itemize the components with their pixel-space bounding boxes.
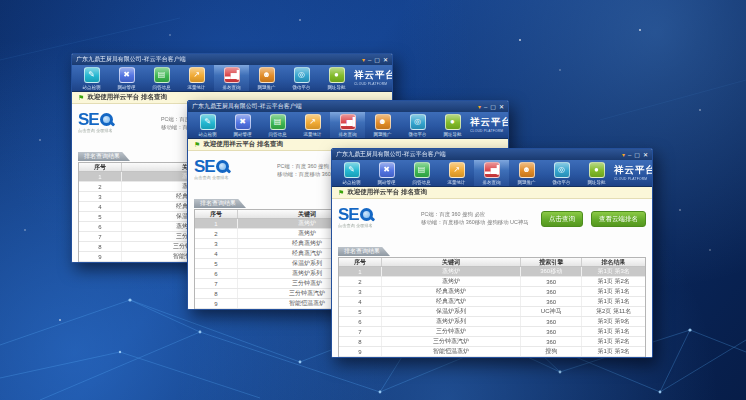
window-controls: ▾ – ▢ ✕: [622, 150, 648, 160]
toolbar-item-wechat[interactable]: ◎微信平台: [544, 160, 579, 186]
table-row[interactable]: 9智能恒温蒸炉搜狗第1页 第3名: [339, 347, 645, 357]
column-header[interactable]: 序号: [195, 210, 238, 218]
toolbar-item-site-nav[interactable]: ●网址导航: [579, 160, 614, 186]
flag-icon: ⚑: [194, 141, 200, 149]
table-row[interactable]: 1蒸烤炉360移动第1页 第3名: [339, 267, 645, 277]
toolbar-item-ad-promo[interactable]: ☻网盟推广: [509, 160, 544, 186]
toolbar-item-qa-info[interactable]: ▤问答信息: [144, 65, 179, 91]
toolbar-item-label: 微信平台: [288, 84, 314, 91]
table-body: 1蒸烤炉360移动第1页 第3名2蒸烤炉360第1页 第2名3经典蒸烤炉360第…: [339, 267, 645, 358]
main-toolbar: ✎站点检测✖网站管理▤问答信息↗流量统计▂▅█排名查询☻网盟推广◎微信平台●网址…: [188, 112, 508, 139]
skin-button[interactable]: ▾: [478, 102, 481, 112]
toolbar-item-label: 网盟推广: [253, 84, 279, 91]
compass-icon: ◎: [554, 162, 570, 178]
toolbar-item-site-manage[interactable]: ✖网站管理: [225, 112, 260, 138]
table-cell: 7: [79, 232, 122, 241]
maximize-button[interactable]: ▢: [374, 55, 380, 65]
toolbar-item-wechat[interactable]: ◎微信平台: [400, 112, 435, 138]
toolbar-item-wechat[interactable]: ◎微信平台: [284, 65, 319, 91]
column-header[interactable]: 搜索引擎: [521, 258, 582, 266]
column-header[interactable]: 关键词: [382, 258, 521, 266]
bar-chart-icon: ▂▅█: [224, 67, 240, 83]
toolbar-items: ✎站点检测✖网站管理▤问答信息↗流量统计▂▅█排名查询☻网盟推广◎微信平台●网址…: [334, 160, 614, 186]
toolbar-item-site-check[interactable]: ✎站点检测: [190, 112, 225, 138]
app-window-front[interactable]: 广东九鼎王厨具有限公司-祥云平台客户端 ▾ – ▢ ✕ ✎站点检测✖网站管理▤问…: [331, 148, 653, 358]
close-button[interactable]: ✕: [383, 55, 388, 65]
table-cell: 5: [195, 259, 238, 268]
toolbar-item-qa-info[interactable]: ▤问答信息: [260, 112, 295, 138]
table-cell: 8: [79, 242, 122, 251]
minimize-button[interactable]: –: [484, 102, 487, 112]
maximize-button[interactable]: ▢: [634, 150, 640, 160]
window-titlebar[interactable]: 广东九鼎王厨具有限公司-祥云平台客户端 ▾ – ▢ ✕: [72, 54, 392, 65]
maximize-button[interactable]: ▢: [490, 102, 496, 112]
person-podium-icon: ☻: [519, 162, 535, 178]
toolbar-item-site-manage[interactable]: ✖网站管理: [369, 160, 404, 186]
toolbar-item-label: 排名查询: [218, 84, 244, 91]
brand-logo: 祥云平台 CLOUD PLATFORM 祥: [614, 160, 653, 186]
window-controls: ▾ – ▢ ✕: [478, 102, 504, 112]
table-cell: 第1页 第2名: [582, 337, 645, 346]
table-cell: 1: [195, 219, 238, 228]
desktop-background: 广东九鼎王厨具有限公司-祥云平台客户端 ▾ – ▢ ✕ ✎站点检测✖网站管理▤问…: [0, 0, 746, 400]
toolbar-item-site-nav[interactable]: ●网址导航: [435, 112, 470, 138]
toolbar-item-rank-query[interactable]: ▂▅█排名查询: [214, 65, 249, 91]
speech-bubble-icon: ▤: [414, 162, 430, 178]
table-row[interactable]: 2蒸烤炉360第1页 第2名: [339, 277, 645, 287]
toolbar-item-traffic-stats[interactable]: ↗流量统计: [295, 112, 330, 138]
table-cell: 第1页 第1名: [582, 297, 645, 306]
minimize-button[interactable]: –: [368, 55, 371, 65]
tab-rank-results[interactable]: 排名查询结果: [194, 199, 246, 208]
window-titlebar[interactable]: 广东九鼎王厨具有限公司-祥云平台客户端 ▾ – ▢ ✕: [332, 149, 652, 160]
toolbar-item-label: 问答信息: [264, 131, 290, 138]
table-cell: 7: [339, 327, 382, 336]
table-cell: 2: [339, 277, 382, 286]
mouse-icon: ●: [589, 162, 605, 178]
brand-subtitle: CLOUD PLATFORM: [470, 129, 503, 132]
skin-button[interactable]: ▾: [622, 150, 625, 160]
table-row[interactable]: 3经典蒸烤炉360第1页 第1名: [339, 287, 645, 297]
toolbar-item-site-manage[interactable]: ✖网站管理: [109, 65, 144, 91]
brand-name: 祥云平台: [470, 116, 509, 129]
table-row[interactable]: 10智能恒温蒸炉360第1页 第1名: [339, 357, 645, 358]
tab-rank-results[interactable]: 排名查询结果: [78, 152, 130, 161]
main-toolbar: ✎站点检测✖网站管理▤问答信息↗流量统计▂▅█排名查询☻网盟推广◎微信平台●网址…: [332, 160, 652, 187]
table-cell: 1: [339, 267, 382, 276]
table-row[interactable]: 6蒸烤炉系列360第3页 第9名: [339, 317, 645, 327]
rank-results-table: 序号关键词搜索引擎排名结果 1蒸烤炉360移动第1页 第3名2蒸烤炉360第1页…: [338, 257, 646, 358]
brand-name: 祥云平台: [354, 69, 393, 82]
table-cell: 7: [195, 279, 238, 288]
close-button[interactable]: ✕: [643, 150, 648, 160]
toolbar-item-qa-info[interactable]: ▤问答信息: [404, 160, 439, 186]
toolbar-item-traffic-stats[interactable]: ↗流量统计: [179, 65, 214, 91]
table-row[interactable]: 7三分钟蒸炉360第1页 第1名: [339, 327, 645, 337]
table-row[interactable]: 5保温炉系列UC神马第2页 第11名: [339, 307, 645, 317]
table-row[interactable]: 4经典蒸汽炉360第1页 第1名: [339, 297, 645, 307]
flag-icon: ⚑: [338, 189, 344, 197]
minimize-button[interactable]: –: [628, 150, 631, 160]
tab-rank-results[interactable]: 排名查询结果: [338, 247, 390, 256]
seo-logo: SE 点击查询 全面排名: [78, 111, 159, 137]
toolbar-item-ad-promo[interactable]: ☻网盟推广: [365, 112, 400, 138]
toolbar-item-rank-query[interactable]: ▂▅█排名查询: [474, 160, 509, 186]
table-row[interactable]: 8三分钟蒸汽炉360第1页 第2名: [339, 337, 645, 347]
compass-icon: ◎: [410, 114, 426, 130]
toolbar-items: ✎站点检测✖网站管理▤问答信息↗流量统计▂▅█排名查询☻网盟推广◎微信平台●网址…: [74, 65, 354, 91]
skin-button[interactable]: ▾: [362, 55, 365, 65]
toolbar-item-traffic-stats[interactable]: ↗流量统计: [439, 160, 474, 186]
toolbar-item-ad-promo[interactable]: ☻网盟推广: [249, 65, 284, 91]
column-header[interactable]: 序号: [79, 163, 122, 171]
table-cell: 360: [521, 327, 582, 336]
toolbar-item-label: 网站管理: [113, 84, 139, 91]
toolbar-item-site-nav[interactable]: ●网址导航: [319, 65, 354, 91]
view-cloud-rank-button[interactable]: 查看云端排名: [591, 211, 646, 227]
toolbar-item-rank-query[interactable]: ▂▅█排名查询: [330, 112, 365, 138]
toolbar-item-site-check[interactable]: ✎站点检测: [334, 160, 369, 186]
table-cell: 360: [521, 317, 582, 326]
window-titlebar[interactable]: 广东九鼎王厨具有限公司-祥云平台客户端 ▾ – ▢ ✕: [188, 101, 508, 112]
query-button[interactable]: 点击查询: [541, 211, 583, 227]
close-button[interactable]: ✕: [499, 102, 504, 112]
column-header[interactable]: 序号: [339, 258, 382, 266]
column-header[interactable]: 排名结果: [582, 258, 645, 266]
toolbar-item-site-check[interactable]: ✎站点检测: [74, 65, 109, 91]
